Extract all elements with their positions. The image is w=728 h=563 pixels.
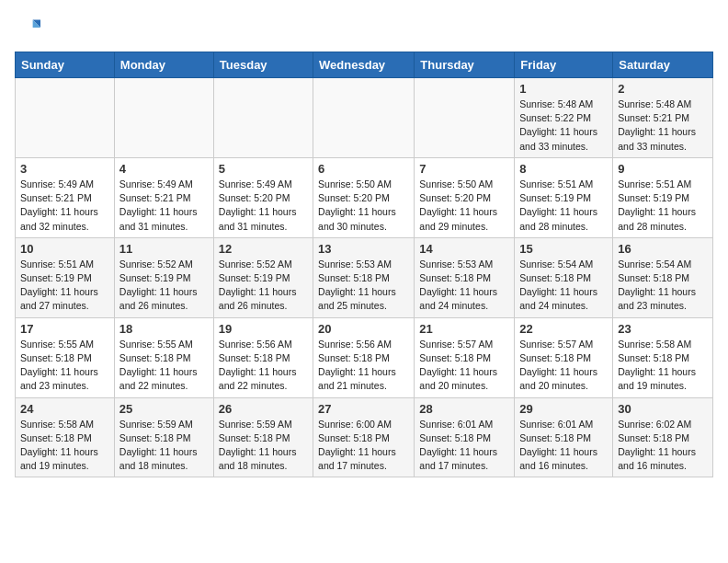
day-info: Sunrise: 5:59 AMSunset: 5:18 PMDaylight:… — [219, 418, 308, 474]
calendar-cell: 21Sunrise: 5:57 AMSunset: 5:18 PMDayligh… — [415, 317, 515, 397]
day-number: 3 — [20, 162, 109, 176]
day-number: 30 — [618, 402, 708, 416]
day-info: Sunrise: 5:48 AMSunset: 5:22 PMDaylight:… — [519, 98, 608, 154]
calendar-cell: 4Sunrise: 5:49 AMSunset: 5:21 PMDaylight… — [114, 157, 213, 237]
day-number: 26 — [219, 402, 308, 416]
day-number: 14 — [419, 242, 509, 256]
calendar-cell — [114, 78, 213, 158]
page-header — [15, 15, 713, 40]
week-row-1: 1Sunrise: 5:48 AMSunset: 5:22 PMDaylight… — [16, 78, 713, 158]
calendar-cell: 26Sunrise: 5:59 AMSunset: 5:18 PMDayligh… — [213, 397, 313, 477]
calendar-cell: 27Sunrise: 6:00 AMSunset: 5:18 PMDayligh… — [313, 397, 415, 477]
calendar-cell — [16, 78, 115, 158]
day-number: 13 — [318, 242, 409, 256]
day-info: Sunrise: 5:55 AMSunset: 5:18 PMDaylight:… — [119, 338, 209, 394]
day-number: 29 — [519, 402, 608, 416]
day-info: Sunrise: 5:53 AMSunset: 5:18 PMDaylight:… — [419, 258, 509, 314]
day-number: 19 — [219, 322, 308, 336]
day-info: Sunrise: 5:53 AMSunset: 5:18 PMDaylight:… — [318, 258, 409, 314]
header-day-tuesday: Tuesday — [213, 52, 313, 78]
day-number: 17 — [20, 322, 109, 336]
calendar-header: SundayMondayTuesdayWednesdayThursdayFrid… — [16, 52, 713, 78]
header-day-wednesday: Wednesday — [313, 52, 415, 78]
day-number: 16 — [618, 242, 708, 256]
day-info: Sunrise: 5:58 AMSunset: 5:18 PMDaylight:… — [618, 338, 708, 394]
day-number: 6 — [318, 162, 409, 176]
calendar-cell: 7Sunrise: 5:50 AMSunset: 5:20 PMDaylight… — [415, 157, 515, 237]
week-row-3: 10Sunrise: 5:51 AMSunset: 5:19 PMDayligh… — [16, 237, 713, 317]
week-row-5: 24Sunrise: 5:58 AMSunset: 5:18 PMDayligh… — [16, 397, 713, 477]
day-number: 5 — [219, 162, 308, 176]
calendar-cell: 10Sunrise: 5:51 AMSunset: 5:19 PMDayligh… — [16, 237, 115, 317]
calendar-cell: 30Sunrise: 6:02 AMSunset: 5:18 PMDayligh… — [613, 397, 713, 477]
calendar-cell: 1Sunrise: 5:48 AMSunset: 5:22 PMDaylight… — [515, 78, 613, 158]
day-number: 10 — [20, 242, 109, 256]
week-row-4: 17Sunrise: 5:55 AMSunset: 5:18 PMDayligh… — [16, 317, 713, 397]
day-info: Sunrise: 5:54 AMSunset: 5:18 PMDaylight:… — [618, 258, 708, 314]
day-number: 20 — [318, 322, 409, 336]
day-info: Sunrise: 5:50 AMSunset: 5:20 PMDaylight:… — [419, 178, 509, 234]
day-number: 2 — [618, 82, 708, 96]
calendar-cell — [313, 78, 415, 158]
day-info: Sunrise: 6:01 AMSunset: 5:18 PMDaylight:… — [519, 418, 608, 474]
day-info: Sunrise: 5:48 AMSunset: 5:21 PMDaylight:… — [618, 98, 708, 154]
day-number: 7 — [419, 162, 509, 176]
day-info: Sunrise: 5:50 AMSunset: 5:20 PMDaylight:… — [318, 178, 409, 234]
day-number: 28 — [419, 402, 509, 416]
day-number: 27 — [318, 402, 409, 416]
day-number: 4 — [119, 162, 209, 176]
day-info: Sunrise: 5:57 AMSunset: 5:18 PMDaylight:… — [519, 338, 608, 394]
day-info: Sunrise: 5:54 AMSunset: 5:18 PMDaylight:… — [519, 258, 608, 314]
day-info: Sunrise: 5:56 AMSunset: 5:18 PMDaylight:… — [219, 338, 308, 394]
day-number: 12 — [219, 242, 308, 256]
calendar-cell: 29Sunrise: 6:01 AMSunset: 5:18 PMDayligh… — [515, 397, 613, 477]
day-number: 21 — [419, 322, 509, 336]
calendar-cell: 9Sunrise: 5:51 AMSunset: 5:19 PMDaylight… — [613, 157, 713, 237]
header-row: SundayMondayTuesdayWednesdayThursdayFrid… — [16, 52, 713, 78]
header-day-monday: Monday — [114, 52, 213, 78]
calendar-cell: 20Sunrise: 5:56 AMSunset: 5:18 PMDayligh… — [313, 317, 415, 397]
calendar-cell: 13Sunrise: 5:53 AMSunset: 5:18 PMDayligh… — [313, 237, 415, 317]
calendar-cell: 25Sunrise: 5:59 AMSunset: 5:18 PMDayligh… — [114, 397, 213, 477]
day-info: Sunrise: 5:59 AMSunset: 5:18 PMDaylight:… — [119, 418, 209, 474]
day-info: Sunrise: 5:51 AMSunset: 5:19 PMDaylight:… — [618, 178, 708, 234]
calendar-cell: 12Sunrise: 5:52 AMSunset: 5:19 PMDayligh… — [213, 237, 313, 317]
day-info: Sunrise: 5:49 AMSunset: 5:20 PMDaylight:… — [219, 178, 308, 234]
day-info: Sunrise: 5:52 AMSunset: 5:19 PMDaylight:… — [119, 258, 209, 314]
day-number: 25 — [119, 402, 209, 416]
day-number: 18 — [119, 322, 209, 336]
calendar-cell: 14Sunrise: 5:53 AMSunset: 5:18 PMDayligh… — [415, 237, 515, 317]
calendar-cell: 18Sunrise: 5:55 AMSunset: 5:18 PMDayligh… — [114, 317, 213, 397]
day-info: Sunrise: 5:55 AMSunset: 5:18 PMDaylight:… — [20, 338, 109, 394]
logo — [15, 15, 44, 40]
logo-icon — [15, 15, 40, 40]
header-day-sunday: Sunday — [16, 52, 115, 78]
day-number: 24 — [20, 402, 109, 416]
day-number: 23 — [618, 322, 708, 336]
calendar-cell: 15Sunrise: 5:54 AMSunset: 5:18 PMDayligh… — [515, 237, 613, 317]
day-info: Sunrise: 5:51 AMSunset: 5:19 PMDaylight:… — [20, 258, 109, 314]
calendar-cell: 5Sunrise: 5:49 AMSunset: 5:20 PMDaylight… — [213, 157, 313, 237]
calendar-cell: 24Sunrise: 5:58 AMSunset: 5:18 PMDayligh… — [16, 397, 115, 477]
calendar-cell: 23Sunrise: 5:58 AMSunset: 5:18 PMDayligh… — [613, 317, 713, 397]
day-number: 8 — [519, 162, 608, 176]
day-number: 15 — [519, 242, 608, 256]
day-number: 1 — [519, 82, 608, 96]
day-info: Sunrise: 5:58 AMSunset: 5:18 PMDaylight:… — [20, 418, 109, 474]
day-info: Sunrise: 5:49 AMSunset: 5:21 PMDaylight:… — [119, 178, 209, 234]
day-number: 22 — [519, 322, 608, 336]
day-info: Sunrise: 6:02 AMSunset: 5:18 PMDaylight:… — [618, 418, 708, 474]
header-day-friday: Friday — [515, 52, 613, 78]
calendar-table: SundayMondayTuesdayWednesdayThursdayFrid… — [15, 52, 713, 477]
header-day-saturday: Saturday — [613, 52, 713, 78]
header-day-thursday: Thursday — [415, 52, 515, 78]
day-info: Sunrise: 5:56 AMSunset: 5:18 PMDaylight:… — [318, 338, 409, 394]
calendar-cell — [415, 78, 515, 158]
calendar-cell: 6Sunrise: 5:50 AMSunset: 5:20 PMDaylight… — [313, 157, 415, 237]
day-info: Sunrise: 5:51 AMSunset: 5:19 PMDaylight:… — [519, 178, 608, 234]
day-info: Sunrise: 6:00 AMSunset: 5:18 PMDaylight:… — [318, 418, 409, 474]
day-info: Sunrise: 6:01 AMSunset: 5:18 PMDaylight:… — [419, 418, 509, 474]
day-number: 11 — [119, 242, 209, 256]
day-info: Sunrise: 5:52 AMSunset: 5:19 PMDaylight:… — [219, 258, 308, 314]
calendar-cell: 3Sunrise: 5:49 AMSunset: 5:21 PMDaylight… — [16, 157, 115, 237]
